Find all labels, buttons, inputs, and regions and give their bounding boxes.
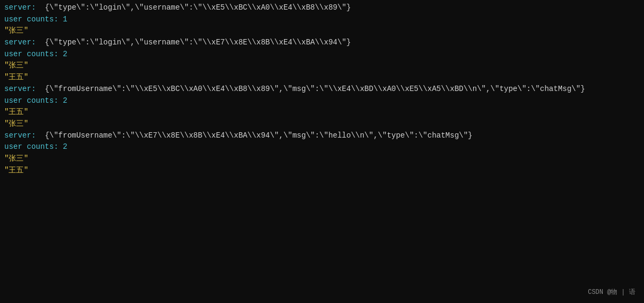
watermark: CSDN @物 | 语: [588, 287, 635, 298]
terminal-line: "张三": [4, 153, 640, 165]
terminal-line: "王五": [4, 165, 640, 177]
terminal-line: user counts: 2: [4, 95, 640, 107]
terminal-line: "张三": [4, 25, 640, 37]
terminal-line: server: {\"type\":\"login\",\"username\"…: [4, 37, 640, 49]
terminal-line: "王五": [4, 72, 640, 84]
terminal-line: "张三": [4, 60, 640, 72]
terminal-line: user counts: 2: [4, 49, 640, 60]
terminal-line: "王五": [4, 107, 640, 118]
terminal-line: server: {\"fromUsername\":\"\\xE7\\x8E\\…: [4, 130, 640, 142]
terminal-line: server: {\"fromUsername\":\"\\xE5\\xBC\\…: [4, 84, 640, 95]
terminal-line: "张三": [4, 118, 640, 130]
terminal-line: user counts: 1: [4, 14, 640, 26]
terminal-output: server: {\"type\":\"login\",\"username\"…: [4, 2, 640, 176]
terminal-line: server: {\"type\":\"login\",\"username\"…: [4, 2, 640, 14]
terminal-window: server: {\"type\":\"login\",\"username\"…: [0, 0, 644, 303]
terminal-line: user counts: 2: [4, 141, 640, 153]
